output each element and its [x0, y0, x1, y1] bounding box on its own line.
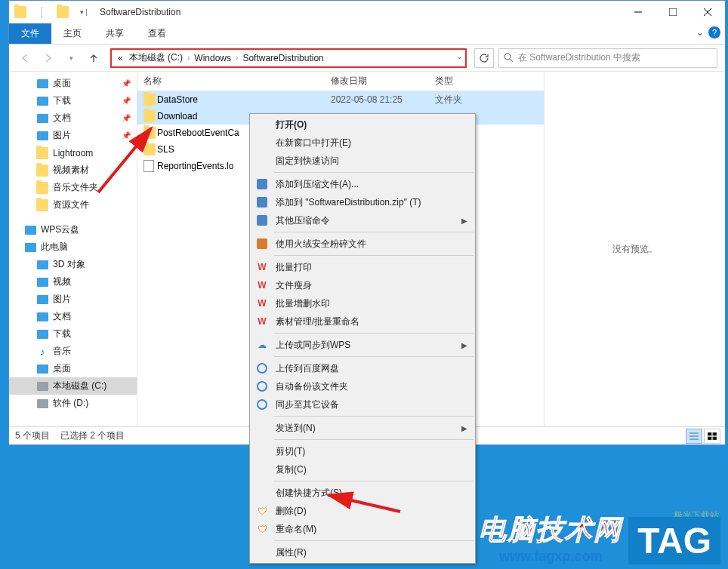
qat-dropdown-icon[interactable]: ▾ |: [76, 4, 92, 20]
folder-icon: [143, 110, 157, 122]
tree-item[interactable]: 3D 对象: [9, 256, 137, 273]
tree-item[interactable]: 桌面: [9, 360, 137, 377]
col-date[interactable]: 修改日期: [331, 75, 435, 88]
tree-item[interactable]: 桌面📌: [9, 75, 137, 92]
tab-file[interactable]: 文件: [9, 23, 51, 44]
breadcrumb-part[interactable]: 本地磁盘 (C:): [126, 51, 186, 64]
col-type[interactable]: 类型: [435, 75, 511, 88]
menu-item[interactable]: 发送到(N)▶: [250, 419, 475, 437]
help-icon[interactable]: ?: [708, 26, 720, 38]
menu-item[interactable]: 其他压缩命令▶: [250, 211, 475, 229]
tree-item[interactable]: 视频: [9, 273, 137, 291]
col-name[interactable]: 名称: [143, 75, 331, 88]
ribbon-tabs: 文件 主页 共享 查看 ⌄ ?: [9, 23, 725, 45]
menu-separator: [274, 540, 474, 541]
tree-item[interactable]: 此电脑: [9, 238, 137, 256]
breadcrumb[interactable]: « 本地磁盘 (C:) › Windows › SoftwareDistribu…: [110, 48, 467, 68]
nav-back-button[interactable]: [17, 49, 35, 67]
nav-up-button[interactable]: [85, 49, 103, 67]
menu-icon: [256, 546, 268, 558]
search-input[interactable]: 在 SoftwareDistribution 中搜索: [498, 48, 717, 68]
folder-icon: [143, 94, 157, 106]
menu-item[interactable]: 在新窗口中打开(E): [250, 134, 475, 152]
expand-ribbon-icon[interactable]: ⌄: [696, 27, 704, 38]
tab-home[interactable]: 主页: [51, 23, 94, 44]
menu-item[interactable]: 🛡重命名(M): [250, 520, 475, 538]
menu-item[interactable]: 剪切(T): [250, 442, 475, 460]
menu-item[interactable]: 创建快捷方式(S): [250, 484, 475, 502]
view-large-icon[interactable]: [704, 429, 720, 444]
tree-item[interactable]: WPS云盘: [9, 221, 137, 238]
column-headers[interactable]: 名称 修改日期 类型: [137, 72, 544, 91]
menu-item[interactable]: W素材管理/批量重命名: [250, 312, 475, 331]
menu-item[interactable]: 同步至其它设备: [250, 395, 475, 414]
tab-share[interactable]: 共享: [94, 23, 136, 44]
refresh-button[interactable]: [474, 48, 494, 68]
breadcrumb-part[interactable]: Windows: [191, 53, 234, 63]
menu-item[interactable]: W批量打印: [250, 258, 475, 276]
menu-item[interactable]: 🛡删除(D): [250, 502, 475, 520]
menu-item[interactable]: 使用火绒安全粉碎文件: [250, 235, 475, 253]
menu-icon: [256, 196, 268, 208]
tree-item[interactable]: ♪音乐: [9, 343, 137, 360]
menu-item[interactable]: ☁上传或同步到WPS▶: [250, 336, 475, 354]
svg-rect-12: [713, 437, 717, 440]
tree-item[interactable]: 文档: [9, 308, 137, 325]
pin-icon: 📌: [122, 97, 131, 105]
chevron-right-icon: ▶: [461, 217, 467, 225]
menu-icon: [256, 422, 268, 434]
tree-item[interactable]: 图片📌: [9, 127, 137, 144]
menu-icon: 🛡: [256, 523, 268, 535]
menu-item[interactable]: 上传到百度网盘: [250, 359, 475, 377]
nav-recent-button[interactable]: ▾: [62, 49, 80, 67]
nav-forward-button[interactable]: [39, 49, 57, 67]
menu-item[interactable]: W批量增删水印: [250, 294, 475, 312]
tab-view[interactable]: 查看: [136, 23, 178, 44]
svg-rect-1: [669, 8, 677, 16]
folder-icon: [54, 4, 71, 20]
menu-icon: ☁: [256, 339, 268, 351]
tree-item[interactable]: 下载📌: [9, 92, 137, 109]
menu-item[interactable]: 打开(O): [250, 115, 475, 134]
breadcrumb-prefix: «: [115, 53, 126, 63]
maximize-button[interactable]: [656, 1, 690, 23]
tree-item[interactable]: Lightroom: [9, 144, 137, 161]
qat-divider: |: [33, 4, 50, 20]
tree-item[interactable]: 本地磁盘 (C:): [9, 377, 137, 395]
svg-rect-9: [708, 432, 711, 435]
tree-item[interactable]: 音乐文件夹: [9, 179, 137, 196]
context-menu[interactable]: 打开(O)在新窗口中打开(E)固定到快速访问添加到压缩文件(A)...添加到 "…: [249, 113, 476, 564]
menu-icon: [256, 362, 268, 374]
menu-item[interactable]: 复制(C): [250, 460, 475, 478]
menu-icon: [256, 118, 268, 131]
breadcrumb-part[interactable]: SoftwareDistribution: [239, 53, 326, 63]
svg-point-4: [504, 54, 511, 60]
file-row[interactable]: DataStore2022-05-08 21:25文件夹: [137, 91, 544, 108]
watermark: 电脑技术网 www.tagxp.com TAG: [479, 512, 720, 564]
minimize-button[interactable]: [621, 1, 656, 23]
menu-icon: [256, 155, 268, 167]
menu-item[interactable]: W文件瘦身: [250, 276, 475, 294]
tree-item[interactable]: 软件 (D:): [9, 395, 137, 412]
tree-item[interactable]: 文档📌: [9, 109, 137, 127]
view-details-icon[interactable]: [686, 429, 702, 444]
menu-item[interactable]: 属性(R): [250, 543, 475, 561]
tree-item[interactable]: 视频素材: [9, 161, 137, 179]
tree-item[interactable]: 资源文件: [9, 196, 137, 214]
menu-item[interactable]: 添加到压缩文件(A)...: [250, 175, 475, 193]
tree-item[interactable]: 下载: [9, 325, 137, 343]
address-dropdown-icon[interactable]: ⌄: [456, 52, 462, 60]
menu-separator: [274, 416, 474, 417]
status-count: 5 个项目: [15, 429, 50, 442]
close-button[interactable]: [690, 1, 725, 23]
address-bar: ▾ « 本地磁盘 (C:) › Windows › SoftwareDistri…: [9, 45, 725, 72]
svg-line-5: [510, 59, 513, 62]
menu-item[interactable]: 固定到快速访问: [250, 152, 475, 170]
menu-icon: W: [256, 315, 268, 328]
tree-item[interactable]: 图片: [9, 291, 137, 308]
menu-item[interactable]: 自动备份该文件夹: [250, 377, 475, 395]
sidebar-tree[interactable]: 桌面📌下载📌文档📌图片📌Lightroom视频素材音乐文件夹资源文件WPS云盘此…: [9, 72, 137, 426]
menu-item[interactable]: 添加到 "SoftwareDistribution.zip" (T): [250, 193, 475, 211]
preview-pane: 没有预览。: [544, 72, 725, 426]
window-title: SoftwareDistribution: [95, 7, 621, 17]
